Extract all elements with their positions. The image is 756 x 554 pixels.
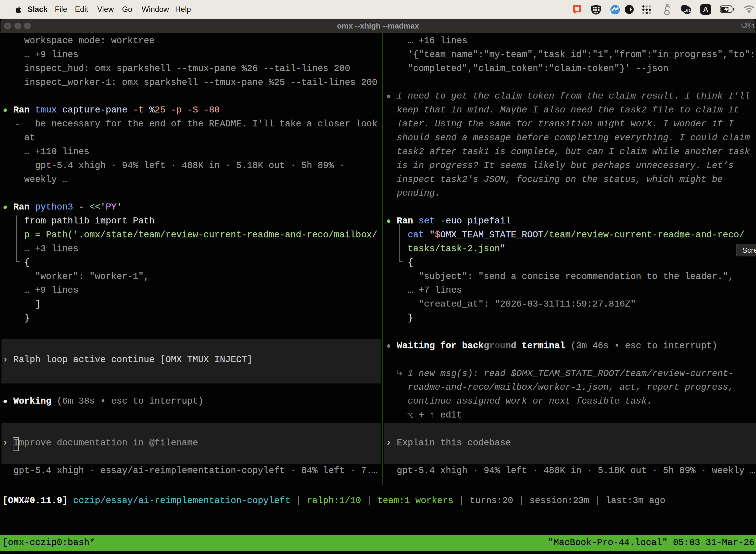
svg-text:..61: ..61	[684, 8, 691, 13]
